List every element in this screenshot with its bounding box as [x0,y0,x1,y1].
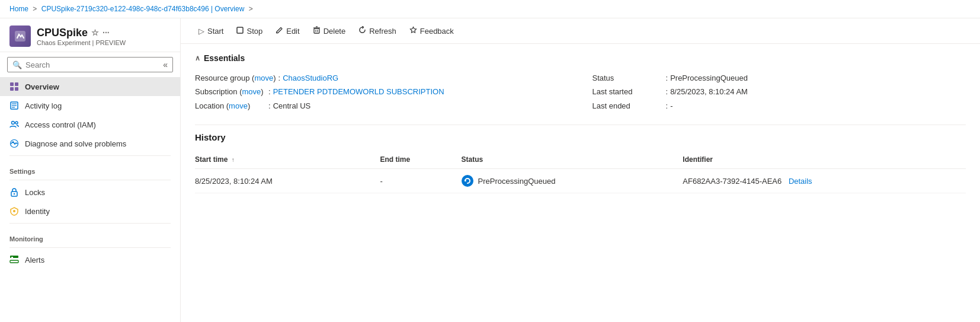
sidebar-item-activity-log-label: Activity log [25,101,62,110]
edit-button[interactable]: Edit [270,23,305,39]
loc-move-link[interactable]: move [229,101,248,110]
start-button[interactable]: ▷ Start [193,24,229,39]
sub-move-link[interactable]: move [242,87,261,96]
breadcrumb: Home > CPUSpike-2719c320-e122-498c-948c-… [0,0,980,18]
col-start-time-label: Start time [195,155,228,164]
start-icon: ▷ [198,27,204,36]
locks-icon [9,187,19,197]
cell-end-time: - [380,169,461,193]
sidebar-item-overview[interactable]: Overview [0,77,180,96]
sidebar-item-identity[interactable]: Identity [0,202,180,221]
sidebar-item-diagnose[interactable]: Diagnose and solve problems [0,134,180,153]
essentials-sep-lastended: : [666,99,668,113]
sidebar-item-activity-log[interactable]: Activity log [0,96,180,115]
collapse-sidebar-icon[interactable]: « [163,60,168,69]
essentials-title: Essentials [204,53,245,63]
refresh-label: Refresh [369,27,396,36]
resource-name-row: CPUSpike ☆ ··· [37,27,126,39]
identifier-text: AF682AA3-7392-4145-AEA6 [683,177,782,186]
details-link[interactable]: Details [789,177,812,186]
essentials-label-laststarted: Last started [593,85,664,98]
identity-icon [9,206,19,216]
app-container: Home > CPUSpike-2719c320-e122-498c-948c-… [0,0,980,322]
svg-point-9 [12,122,15,125]
essentials-status-value: PreProcessingQueued [670,71,748,85]
sidebar-item-alerts-label: Alerts [25,256,44,264]
search-icon: 🔍 [12,60,22,69]
essentials-toggle-icon[interactable]: ∧ [195,54,200,62]
delete-button[interactable]: Delete [307,23,352,39]
sidebar-item-overview-label: Overview [25,82,59,91]
edit-icon [276,26,283,36]
svg-rect-1 [10,82,14,86]
settings-section-label: Settings [0,158,180,177]
essentials-row-status: Status : PreProcessingQueued [593,71,966,85]
essentials-row-laststarted: Last started : 8/25/2023, 8:10:24 AM [593,85,966,98]
feedback-button[interactable]: Feedback [403,23,460,39]
essentials-label-rg: Resource group (move) [195,71,276,85]
cell-start-time: 8/25/2023, 8:10:24 AM [195,169,380,193]
essentials-grid: Resource group (move) : ChaosStudioRG Su… [195,71,966,113]
history-table-header-row: Start time ↑ End time Status Identifier [195,151,966,169]
search-input[interactable] [25,60,159,69]
col-identifier: Identifier [683,151,966,169]
essentials-laststarted-value: 8/25/2023, 8:10:24 AM [670,85,748,98]
table-row: 8/25/2023, 8:10:24 AM - PreProcessingQue… [195,169,966,193]
svg-rect-4 [15,87,18,91]
sidebar-item-locks[interactable]: Locks [0,183,180,202]
breadcrumb-home[interactable]: Home [9,5,28,13]
status-text: PreProcessingQueued [478,177,556,186]
history-title: History [195,132,966,142]
sidebar-item-diagnose-label: Diagnose and solve problems [25,139,126,148]
stop-button[interactable]: Stop [230,24,268,39]
content-body: ∧ Essentials Resource group (move) : Cha… [181,44,980,322]
resource-header: CPUSpike ☆ ··· Chaos Experiment | PREVIE… [0,18,180,52]
refresh-icon [358,26,366,36]
essentials-sep-laststarted: : [666,85,668,98]
essentials-label-loc: Location (move) [195,99,266,113]
svg-rect-15 [10,260,18,263]
delete-label: Delete [324,27,346,36]
alerts-icon [9,255,19,264]
essentials-left: Resource group (move) : ChaosStudioRG Su… [195,71,569,113]
status-cell: PreProcessingQueued [462,175,676,187]
sub-value-link[interactable]: PETENDER PDTDEMOWORLD SUBSCRIPTION [273,85,444,98]
rg-move-link[interactable]: move [254,74,273,82]
col-start-time: Start time ↑ [195,151,380,169]
sidebar-item-alerts[interactable]: Alerts [0,250,180,269]
sidebar-item-access-control-label: Access control (IAM) [25,120,96,129]
essentials-row-loc: Location (move) : Central US [195,99,569,113]
search-box: 🔍 « [0,52,180,77]
resource-subtitle: Chaos Experiment | PREVIEW [37,39,126,46]
essentials-sep-loc: : [268,99,271,113]
resource-title-area: CPUSpike ☆ ··· Chaos Experiment | PREVIE… [37,27,126,46]
content-area: ▷ Start Stop Edit [181,18,980,322]
svg-rect-2 [15,82,18,86]
delete-icon [313,26,321,36]
cell-status: PreProcessingQueued [462,169,683,193]
sidebar-item-access-control[interactable]: Access control (IAM) [0,115,180,134]
start-label: Start [207,27,223,36]
essentials-header: ∧ Essentials [195,53,966,63]
main-area: CPUSpike ☆ ··· Chaos Experiment | PREVIE… [0,18,980,322]
svg-rect-3 [10,87,14,91]
settings-divider2 [9,180,171,180]
sort-icon[interactable]: ↑ [232,157,235,163]
status-icon-circle [462,175,473,187]
history-table: Start time ↑ End time Status Identifier … [195,151,966,193]
refresh-button[interactable]: Refresh [353,23,402,39]
feedback-icon [409,26,417,36]
essentials-label-status: Status [593,71,664,85]
rg-value-link[interactable]: ChaosStudioRG [283,71,338,85]
monitoring-divider [9,223,171,224]
more-options-icon[interactable]: ··· [103,28,110,37]
breadcrumb-resource[interactable]: CPUSpike-2719c320-e122-498c-948c-d74f63b… [41,5,245,13]
essentials-label-lastended: Last ended [593,99,664,113]
essentials-sep-rg: : [278,71,281,85]
favorite-star-icon[interactable]: ☆ [91,28,99,37]
essentials-row-rg: Resource group (move) : ChaosStudioRG [195,71,569,85]
resource-name-text: CPUSpike [37,27,88,39]
essentials-label-sub: Subscription (move) [195,85,266,98]
svg-rect-18 [237,27,243,33]
essentials-row-sub: Subscription (move) : PETENDER PDTDEMOWO… [195,85,569,98]
